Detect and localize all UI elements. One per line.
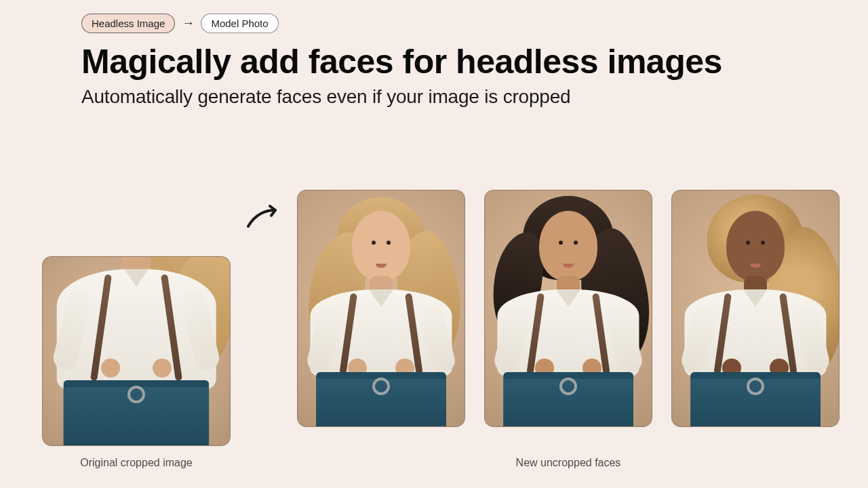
- page-title: Magically add faces for headless images: [81, 43, 787, 82]
- generated-image-card: [671, 190, 840, 427]
- workflow-pills: Headless Image → Model Photo: [81, 14, 787, 33]
- generated-image-card: [484, 190, 652, 427]
- original-image-card: [42, 256, 231, 446]
- transform-arrow-icon: [245, 205, 282, 230]
- pill-target: Model Photo: [201, 14, 278, 33]
- pill-source: Headless Image: [81, 14, 175, 33]
- image-gallery: Original cropped image: [0, 190, 868, 469]
- arrow-right-icon: →: [182, 16, 194, 30]
- generated-image-card: [297, 190, 465, 427]
- page-subtitle: Automatically generate faces even if you…: [81, 86, 787, 108]
- original-caption: Original cropped image: [80, 457, 192, 469]
- generated-caption: New uncropped faces: [516, 457, 621, 469]
